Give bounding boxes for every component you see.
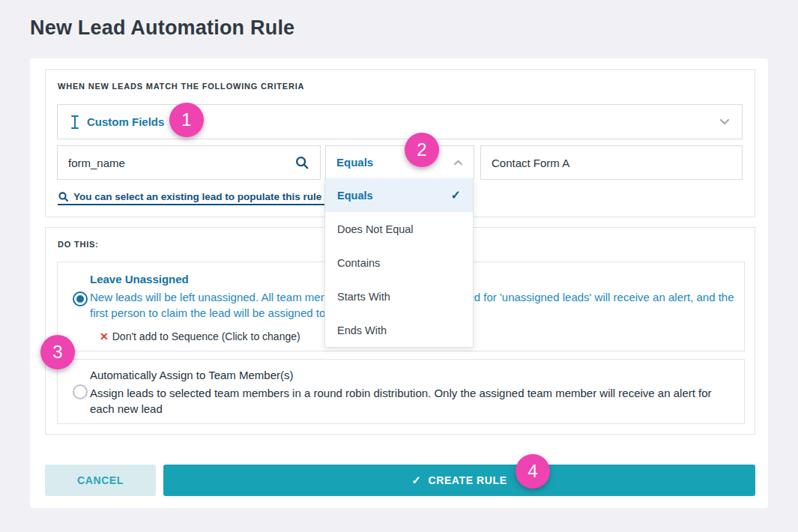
annotation-badge-1: 1: [169, 103, 204, 137]
cancel-button[interactable]: CANCEL: [45, 465, 156, 496]
i-beam-cursor-icon: [70, 115, 80, 130]
dropdown-item-does-not-equal[interactable]: Does Not Equal: [325, 212, 473, 246]
criteria-section-label: WHEN NEW LEADS MATCH THE FOLLOWING CRITE…: [58, 82, 304, 91]
search-icon[interactable]: [294, 155, 309, 170]
chevron-down-icon: [719, 118, 730, 125]
dropdown-item-label: Ends With: [337, 324, 387, 336]
operator-select[interactable]: Equals: [325, 145, 474, 179]
create-rule-button-label: CREATE RULE: [429, 474, 507, 486]
annotation-badge-2: 2: [405, 133, 439, 167]
radio-auto-assign[interactable]: [73, 384, 88, 399]
x-icon: ✕: [100, 330, 109, 342]
operator-select-value: Equals: [336, 156, 373, 169]
page-title: New Lead Automation Rule: [30, 16, 294, 40]
chevron-up-icon: [453, 160, 463, 166]
field-type-select-label: Custom Fields: [87, 115, 164, 128]
option-title: Leave Unassigned: [90, 273, 189, 285]
radio-leave-unassigned[interactable]: [73, 291, 88, 306]
dropdown-item-equals[interactable]: Equals ✓: [325, 178, 473, 212]
dropdown-item-label: Contains: [337, 257, 380, 269]
dropdown-item-contains[interactable]: Contains: [325, 246, 473, 279]
check-icon: ✓: [451, 188, 461, 202]
search-icon: [58, 191, 69, 202]
annotation-badge-3: 3: [40, 335, 75, 369]
dropdown-item-label: Does Not Equal: [337, 223, 414, 235]
option-title: Automatically Assign to Team Member(s): [90, 369, 294, 381]
sequence-toggle-label: Don't add to Sequence (Click to change): [112, 330, 300, 342]
select-existing-lead-link[interactable]: You can select an existing lead to popul…: [58, 191, 330, 205]
select-existing-lead-link-label: You can select an existing lead to popul…: [73, 191, 321, 202]
annotation-badge-4: 4: [516, 454, 550, 489]
check-icon: ✓: [411, 474, 421, 487]
dropdown-item-ends-with[interactable]: Ends With: [325, 313, 473, 347]
do-this-section-label: DO THIS:: [58, 240, 99, 249]
option-description: Assign leads to selected team members in…: [90, 385, 736, 417]
match-value-input[interactable]: Contact Form A: [480, 145, 743, 180]
field-name-input-value: form_name: [68, 157, 125, 169]
field-type-select[interactable]: Custom Fields: [57, 104, 743, 139]
sequence-toggle-link[interactable]: ✕ Don't add to Sequence (Click to change…: [100, 330, 300, 342]
dropdown-item-label: Starts With: [337, 291, 390, 303]
field-name-input[interactable]: form_name: [57, 145, 321, 180]
lead-automation-rule-page: New Lead Automation Rule WHEN NEW LEADS …: [0, 0, 798, 532]
operator-dropdown-menu: Equals ✓ Does Not Equal Contains Starts …: [324, 178, 474, 348]
dropdown-item-starts-with[interactable]: Starts With: [325, 279, 473, 313]
option-auto-assign[interactable]: Automatically Assign to Team Member(s) A…: [57, 359, 745, 424]
create-rule-button[interactable]: ✓ CREATE RULE: [163, 465, 755, 496]
match-value-input-value: Contact Form A: [492, 157, 569, 169]
dropdown-item-label: Equals: [337, 190, 373, 202]
